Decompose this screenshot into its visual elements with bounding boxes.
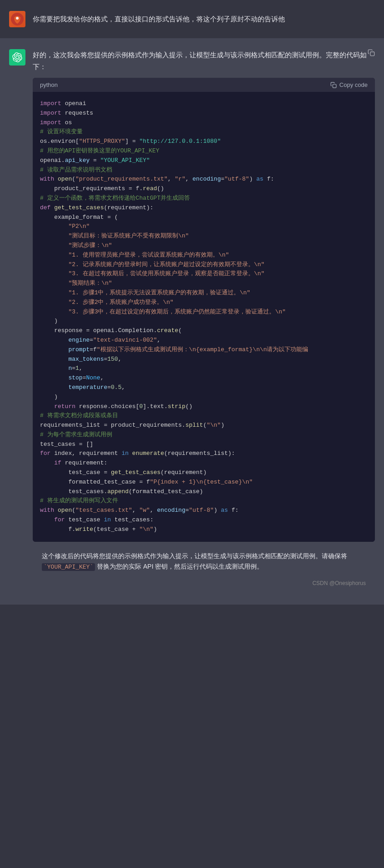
assistant-intro-text: 好的，这次我会将您提供的示例格式作为输入提示，让模型生成与该示例格式相匹配的测试… [33,49,375,72]
svg-point-1 [16,17,19,20]
assistant-message-content: 好的，这次我会将您提供的示例格式作为输入提示，让模型生成与该示例格式相匹配的测试… [33,49,375,594]
user-avatar [9,11,25,27]
code-block-body: import openai import requests import os … [33,92,375,542]
svg-rect-2 [370,52,374,56]
svg-rect-3 [333,84,336,88]
copy-icon-top[interactable] [368,49,375,58]
assistant-outro-text: 这个修改后的代码将您提供的示例格式作为输入提示，让模型生成与该示例格式相匹配的测… [33,542,375,580]
chat-container: 你需要把我发给你的格式，直接以接口的形式告诉他，将这个列子原封不动的告诉他 好的… [0,0,384,605]
user-message: 你需要把我发给你的格式，直接以接口的形式告诉他，将这个列子原封不动的告诉他 [0,0,384,38]
code-block-header: python Copy code [33,78,375,92]
assistant-message: 好的，这次我会将您提供的示例格式作为输入提示，让模型生成与该示例格式相匹配的测试… [0,38,384,605]
code-lang: python [40,81,58,88]
copy-code-button[interactable]: Copy code [330,81,368,88]
code-block: python Copy code import openai import re… [33,78,375,542]
watermark-text: CSDN @Onesiphorus [33,580,375,594]
user-message-text: 你需要把我发给你的格式，直接以接口的形式告诉他，将这个列子原封不动的告诉他 [33,11,285,25]
assistant-avatar [9,49,25,66]
